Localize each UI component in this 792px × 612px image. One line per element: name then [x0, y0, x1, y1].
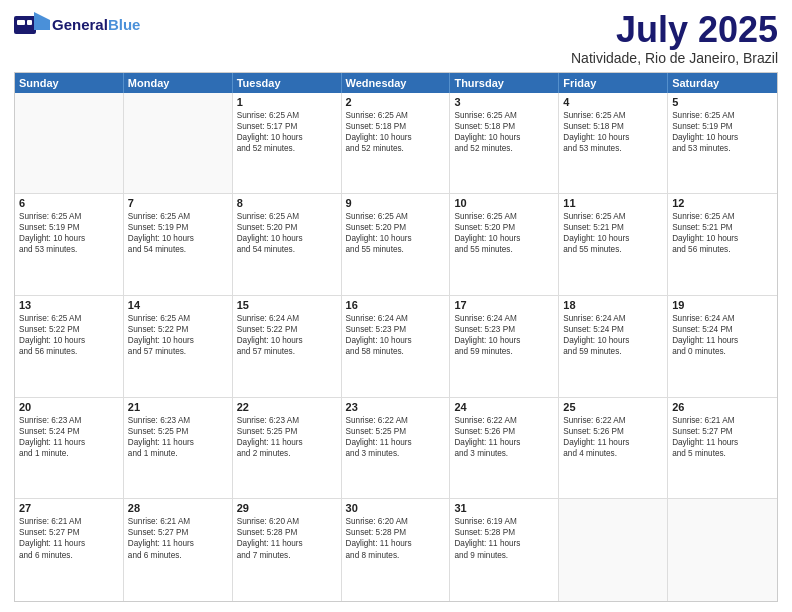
- cell-line: Sunset: 5:28 PM: [346, 527, 446, 538]
- day-number: 29: [237, 502, 337, 514]
- cell-line: Sunset: 5:20 PM: [346, 222, 446, 233]
- calendar-row: 13Sunrise: 6:25 AMSunset: 5:22 PMDayligh…: [15, 296, 777, 398]
- calendar-cell: 25Sunrise: 6:22 AMSunset: 5:26 PMDayligh…: [559, 398, 668, 499]
- svg-rect-3: [27, 20, 32, 25]
- cell-line: Sunrise: 6:25 AM: [237, 110, 337, 121]
- cell-line: Daylight: 10 hours: [237, 233, 337, 244]
- cell-line: and 57 minutes.: [237, 346, 337, 357]
- cell-line: and 55 minutes.: [454, 244, 554, 255]
- day-number: 17: [454, 299, 554, 311]
- cell-line: Sunrise: 6:23 AM: [19, 415, 119, 426]
- cell-line: Daylight: 10 hours: [563, 132, 663, 143]
- calendar-cell: 11Sunrise: 6:25 AMSunset: 5:21 PMDayligh…: [559, 194, 668, 295]
- calendar-row: 20Sunrise: 6:23 AMSunset: 5:24 PMDayligh…: [15, 398, 777, 500]
- cell-line: Daylight: 10 hours: [346, 233, 446, 244]
- cell-line: Daylight: 10 hours: [454, 335, 554, 346]
- cell-line: and 53 minutes.: [563, 143, 663, 154]
- cell-line: Sunrise: 6:25 AM: [346, 110, 446, 121]
- cell-line: Sunrise: 6:25 AM: [237, 211, 337, 222]
- cell-line: Sunrise: 6:25 AM: [19, 313, 119, 324]
- cell-line: Sunset: 5:21 PM: [563, 222, 663, 233]
- cell-line: and 53 minutes.: [19, 244, 119, 255]
- calendar-body: 1Sunrise: 6:25 AMSunset: 5:17 PMDaylight…: [15, 93, 777, 601]
- cell-line: Daylight: 10 hours: [19, 233, 119, 244]
- calendar-row: 6Sunrise: 6:25 AMSunset: 5:19 PMDaylight…: [15, 194, 777, 296]
- cell-line: and 0 minutes.: [672, 346, 773, 357]
- cell-line: Sunrise: 6:23 AM: [128, 415, 228, 426]
- calendar-cell: 4Sunrise: 6:25 AMSunset: 5:18 PMDaylight…: [559, 93, 668, 194]
- cell-line: and 56 minutes.: [672, 244, 773, 255]
- cell-line: Sunrise: 6:25 AM: [563, 110, 663, 121]
- cell-line: Sunset: 5:25 PM: [237, 426, 337, 437]
- calendar-cell: 2Sunrise: 6:25 AMSunset: 5:18 PMDaylight…: [342, 93, 451, 194]
- day-number: 11: [563, 197, 663, 209]
- cell-line: Daylight: 11 hours: [128, 437, 228, 448]
- calendar-cell: [668, 499, 777, 601]
- calendar-cell: 20Sunrise: 6:23 AMSunset: 5:24 PMDayligh…: [15, 398, 124, 499]
- day-number: 31: [454, 502, 554, 514]
- cell-line: Sunrise: 6:25 AM: [454, 211, 554, 222]
- cell-line: Daylight: 11 hours: [19, 437, 119, 448]
- calendar-cell: 30Sunrise: 6:20 AMSunset: 5:28 PMDayligh…: [342, 499, 451, 601]
- logo-icon: [14, 10, 50, 40]
- weekday-header: Sunday: [15, 73, 124, 93]
- calendar-cell: 28Sunrise: 6:21 AMSunset: 5:27 PMDayligh…: [124, 499, 233, 601]
- day-number: 7: [128, 197, 228, 209]
- calendar-row: 27Sunrise: 6:21 AMSunset: 5:27 PMDayligh…: [15, 499, 777, 601]
- cell-line: Daylight: 11 hours: [672, 437, 773, 448]
- calendar-cell: 12Sunrise: 6:25 AMSunset: 5:21 PMDayligh…: [668, 194, 777, 295]
- logo-text: GeneralBlue: [52, 17, 140, 34]
- calendar-cell: 29Sunrise: 6:20 AMSunset: 5:28 PMDayligh…: [233, 499, 342, 601]
- cell-line: Daylight: 10 hours: [19, 335, 119, 346]
- cell-line: Sunset: 5:22 PM: [128, 324, 228, 335]
- cell-line: Daylight: 10 hours: [563, 335, 663, 346]
- day-number: 28: [128, 502, 228, 514]
- cell-line: and 54 minutes.: [237, 244, 337, 255]
- day-number: 20: [19, 401, 119, 413]
- calendar-cell: 7Sunrise: 6:25 AMSunset: 5:19 PMDaylight…: [124, 194, 233, 295]
- cell-line: Sunset: 5:27 PM: [128, 527, 228, 538]
- cell-line: Sunset: 5:19 PM: [128, 222, 228, 233]
- cell-line: Daylight: 10 hours: [454, 132, 554, 143]
- cell-line: Sunset: 5:23 PM: [454, 324, 554, 335]
- day-number: 4: [563, 96, 663, 108]
- day-number: 13: [19, 299, 119, 311]
- weekday-header: Tuesday: [233, 73, 342, 93]
- cell-line: Daylight: 11 hours: [454, 437, 554, 448]
- cell-line: Sunset: 5:27 PM: [19, 527, 119, 538]
- cell-line: Sunrise: 6:22 AM: [454, 415, 554, 426]
- cell-line: Sunrise: 6:24 AM: [346, 313, 446, 324]
- cell-line: Daylight: 10 hours: [128, 335, 228, 346]
- cell-line: Daylight: 10 hours: [346, 335, 446, 346]
- weekday-header: Wednesday: [342, 73, 451, 93]
- cell-line: Sunrise: 6:25 AM: [672, 110, 773, 121]
- cell-line: Sunset: 5:28 PM: [454, 527, 554, 538]
- cell-line: Sunrise: 6:20 AM: [346, 516, 446, 527]
- cell-line: Daylight: 10 hours: [346, 132, 446, 143]
- calendar-cell: 17Sunrise: 6:24 AMSunset: 5:23 PMDayligh…: [450, 296, 559, 397]
- cell-line: Daylight: 11 hours: [237, 538, 337, 549]
- calendar-cell: [15, 93, 124, 194]
- cell-line: Sunset: 5:26 PM: [563, 426, 663, 437]
- cell-line: Sunset: 5:27 PM: [672, 426, 773, 437]
- day-number: 23: [346, 401, 446, 413]
- day-number: 2: [346, 96, 446, 108]
- svg-marker-1: [34, 12, 50, 30]
- cell-line: and 55 minutes.: [346, 244, 446, 255]
- day-number: 15: [237, 299, 337, 311]
- logo: GeneralBlue: [14, 10, 140, 40]
- cell-line: Sunrise: 6:24 AM: [454, 313, 554, 324]
- cell-line: and 52 minutes.: [237, 143, 337, 154]
- cell-line: Sunset: 5:21 PM: [672, 222, 773, 233]
- calendar: SundayMondayTuesdayWednesdayThursdayFrid…: [14, 72, 778, 602]
- cell-line: Sunrise: 6:21 AM: [128, 516, 228, 527]
- day-number: 30: [346, 502, 446, 514]
- calendar-cell: 31Sunrise: 6:19 AMSunset: 5:28 PMDayligh…: [450, 499, 559, 601]
- day-number: 22: [237, 401, 337, 413]
- cell-line: Sunset: 5:19 PM: [19, 222, 119, 233]
- cell-line: Sunset: 5:24 PM: [563, 324, 663, 335]
- cell-line: Sunset: 5:17 PM: [237, 121, 337, 132]
- weekday-header: Monday: [124, 73, 233, 93]
- calendar-cell: 14Sunrise: 6:25 AMSunset: 5:22 PMDayligh…: [124, 296, 233, 397]
- cell-line: Daylight: 10 hours: [672, 132, 773, 143]
